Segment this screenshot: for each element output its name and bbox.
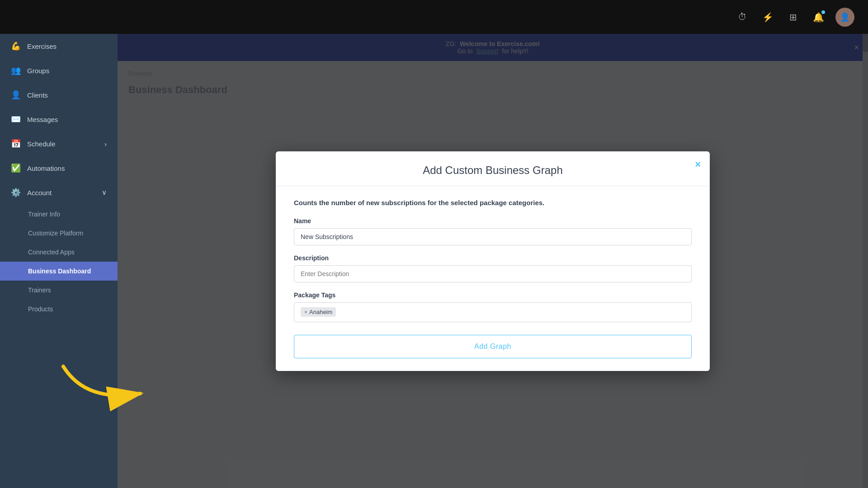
tag-label: Anaheim xyxy=(309,309,332,315)
avatar[interactable]: 👤 xyxy=(835,8,854,27)
clients-icon: 👤 xyxy=(11,90,21,100)
tag-anaheim: × Anaheim xyxy=(301,307,336,317)
sidebar-item-label: Clients xyxy=(27,91,48,99)
modal-description: Counts the number of new subscriptions f… xyxy=(294,199,692,206)
schedule-icon: 📅 xyxy=(11,139,21,149)
clock-icon[interactable]: ⏱ xyxy=(734,9,750,25)
sidebar-item-automations[interactable]: ✅ Automations xyxy=(0,156,118,180)
sidebar-sub-item-trainers[interactable]: Trainers xyxy=(0,281,118,300)
sidebar-item-messages[interactable]: ✉️ Messages xyxy=(0,107,118,131)
chevron-right-icon: › xyxy=(104,140,107,148)
sidebar: 💪 Exercises 👥 Groups 👤 Clients ✉️ Messag… xyxy=(0,34,118,488)
sidebar-item-label: Exercises xyxy=(27,42,57,50)
modal-title: Add Custom Business Graph xyxy=(294,164,692,177)
exercises-icon: 💪 xyxy=(11,41,21,51)
chevron-down-icon: ∨ xyxy=(102,188,107,197)
messages-icon: ✉️ xyxy=(11,114,21,124)
sidebar-item-schedule[interactable]: 📅 Schedule › xyxy=(0,131,118,156)
groups-icon: 👥 xyxy=(11,66,21,75)
sidebar-item-label: Schedule xyxy=(27,140,56,148)
sidebar-item-clients[interactable]: 👤 Clients xyxy=(0,83,118,107)
sidebar-item-groups[interactable]: 👥 Groups xyxy=(0,58,118,83)
sidebar-sub-item-business-dashboard[interactable]: Business Dashboard xyxy=(0,262,118,281)
modal-body: Counts the number of new subscriptions f… xyxy=(276,186,710,371)
grid-icon[interactable]: ⊞ xyxy=(785,9,801,25)
description-input[interactable] xyxy=(294,265,692,282)
package-tags-field-group: Package Tags × Anaheim xyxy=(294,291,692,322)
sidebar-sub-item-trainer-info[interactable]: Trainer Info xyxy=(0,205,118,224)
package-tags-input[interactable]: × Anaheim xyxy=(294,302,692,322)
top-bar: ⏱ ⚡ ⊞ 🔔 👤 xyxy=(0,0,868,34)
sidebar-item-label: Automations xyxy=(27,164,65,172)
add-graph-button[interactable]: Add Graph xyxy=(294,335,692,358)
sidebar-item-exercises[interactable]: 💪 Exercises xyxy=(0,34,118,58)
package-tags-label: Package Tags xyxy=(294,291,692,299)
sidebar-sub-item-connected-apps[interactable]: Connected Apps xyxy=(0,243,118,262)
name-label: Name xyxy=(294,217,692,225)
sidebar-sub-item-customize-platform[interactable]: Customize Platform xyxy=(0,224,118,243)
description-label: Description xyxy=(294,254,692,262)
modal-header: Add Custom Business Graph × xyxy=(276,151,710,186)
sidebar-item-account[interactable]: ⚙️ Account ∨ xyxy=(0,180,118,205)
sidebar-item-label: Messages xyxy=(27,116,58,123)
name-input[interactable] xyxy=(294,228,692,245)
modal-close-button[interactable]: × xyxy=(695,159,701,170)
bell-icon[interactable]: 🔔 xyxy=(810,9,826,25)
modal-overlay: Add Custom Business Graph × Counts the n… xyxy=(118,34,868,488)
name-field-group: Name xyxy=(294,217,692,245)
description-field-group: Description xyxy=(294,254,692,282)
account-icon: ⚙️ xyxy=(11,188,21,197)
tag-remove-icon[interactable]: × xyxy=(304,309,307,315)
add-custom-business-graph-modal: Add Custom Business Graph × Counts the n… xyxy=(276,151,710,371)
main-content: ZG: Welcome to Exercise.com! Go to Suppo… xyxy=(118,34,868,488)
sidebar-sub-item-products[interactable]: Products xyxy=(0,300,118,319)
sidebar-item-label: Account xyxy=(27,189,52,197)
sidebar-item-label: Groups xyxy=(27,67,49,75)
automations-icon: ✅ xyxy=(11,163,21,173)
notification-dot xyxy=(821,10,825,14)
bolt-icon[interactable]: ⚡ xyxy=(760,9,776,25)
